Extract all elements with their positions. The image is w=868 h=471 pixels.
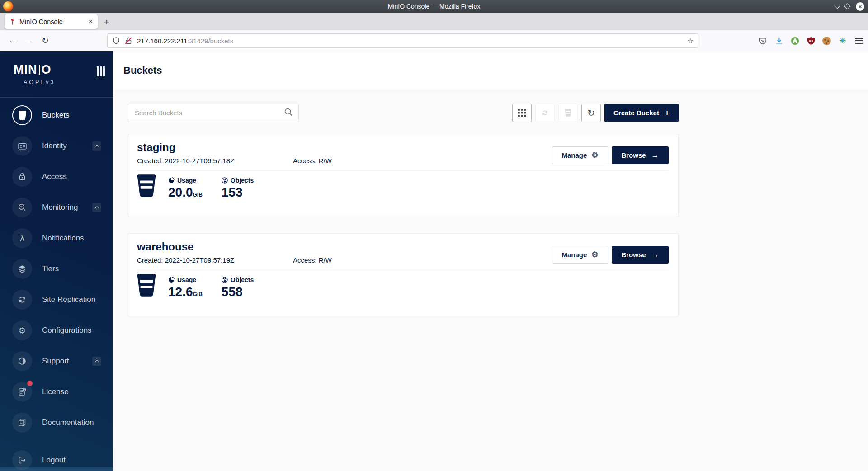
tab-title: MinIO Console — [19, 18, 87, 25]
sidebar-item-label: Tiers — [42, 264, 59, 273]
search-buckets-box — [128, 104, 299, 122]
chevron-up-icon[interactable] — [92, 203, 101, 212]
objects-label: Objects — [231, 276, 254, 283]
insecure-lock-icon[interactable] — [124, 37, 132, 45]
browse-button[interactable]: Browse → — [612, 146, 669, 164]
objects-icon — [222, 177, 228, 184]
identity-card-icon — [18, 141, 27, 151]
back-button[interactable]: ← — [8, 36, 17, 46]
sidebar-item-access[interactable]: Access — [0, 161, 113, 192]
url-host: 217.160.222.211 — [137, 37, 188, 45]
browser-toolbar: ← → ↻ 217.160.222.211:31429/buckets ☆ uO… — [0, 30, 868, 51]
bucket-access: Access: R/W — [293, 256, 332, 264]
sidebar-item-identity[interactable]: Identity — [0, 131, 113, 161]
license-edition-label: AGPLv3 — [24, 79, 113, 85]
grid-icon — [518, 109, 526, 117]
bucket-outline-icon — [565, 109, 571, 117]
refresh-button[interactable]: ↻ — [581, 104, 601, 122]
support-icon — [18, 357, 27, 366]
tab-close-icon[interactable]: × — [87, 18, 94, 26]
sidebar-item-label: Notifications — [42, 234, 84, 243]
sidebar-bottom-scrollbar[interactable] — [0, 467, 113, 471]
manage-button[interactable]: Manage ⚙ — [552, 246, 608, 264]
bucket-card-warehouse[interactable]: warehouse Created: 2022-10-27T09:57:19Z … — [128, 233, 679, 316]
objects-value: 153 — [222, 185, 254, 200]
pocket-icon[interactable] — [758, 36, 768, 46]
sidebar: MINO AGPLv3 Buckets Identity Access — [0, 51, 113, 471]
arrow-right-icon: → — [651, 250, 659, 259]
sidebar-item-tiers[interactable]: Tiers — [0, 254, 113, 284]
new-tab-button[interactable]: + — [104, 17, 109, 28]
gear-icon: ⚙ — [591, 250, 598, 259]
sidebar-collapse-icon[interactable] — [97, 66, 105, 76]
tab-minio-console[interactable]: MinIO Console × — [5, 14, 98, 29]
logout-icon — [18, 456, 27, 465]
sidebar-item-configurations[interactable]: ⚙ Configurations — [0, 315, 113, 346]
url-bar[interactable]: 217.160.222.211:31429/buckets ☆ — [107, 33, 698, 48]
objects-metric: Objects 153 — [222, 174, 254, 200]
bucket-created: Created: 2022-10-27T09:57:18Z — [137, 157, 293, 165]
ublock-origin-icon[interactable]: uO — [806, 36, 816, 46]
main-area: Buckets ↻ — [113, 51, 868, 471]
bucket-icon — [137, 274, 156, 297]
sync-arrows-icon — [541, 109, 549, 117]
sidebar-item-label: Identity — [42, 141, 67, 151]
sidebar-item-site-replication[interactable]: Site Replication — [0, 284, 113, 315]
download-icon[interactable] — [774, 36, 784, 46]
search-input[interactable] — [128, 104, 298, 122]
window-close-button[interactable]: × — [856, 2, 864, 11]
forward-button[interactable]: → — [25, 36, 33, 46]
gear-icon: ⚙ — [12, 320, 32, 340]
objects-metric: Objects 558 — [222, 274, 254, 299]
grid-view-button[interactable] — [512, 104, 532, 122]
bucket-icon — [18, 111, 27, 120]
bookmark-star-icon[interactable]: ☆ — [687, 37, 693, 45]
manage-button[interactable]: Manage ⚙ — [552, 146, 608, 164]
card-divider — [137, 170, 669, 171]
privacy-badger-icon[interactable] — [791, 37, 799, 45]
sidebar-item-support[interactable]: Support — [0, 346, 113, 377]
set-replication-button[interactable] — [535, 104, 555, 122]
sidebar-item-buckets[interactable]: Buckets — [0, 100, 113, 131]
url-path: :31429/buckets — [188, 37, 234, 45]
usage-unit: GiB — [193, 291, 203, 297]
usage-pie-icon — [168, 177, 175, 184]
license-doc-icon — [18, 387, 27, 396]
bucket-card-staging[interactable]: staging Created: 2022-10-27T09:57:18Z Ac… — [128, 134, 679, 217]
colorful-asterisk-icon[interactable]: ✳ — [838, 36, 847, 46]
create-bucket-button[interactable]: Create Bucket + — [604, 104, 679, 122]
magnifier-icon — [18, 203, 27, 212]
browse-button[interactable]: Browse → — [612, 246, 669, 264]
usage-metric: Usage 12.6GiB — [168, 274, 203, 299]
usage-value: 20.0 — [168, 185, 193, 199]
window-maximize-button[interactable] — [844, 3, 850, 9]
menu-hamburger-icon[interactable] — [854, 36, 863, 46]
usage-label: Usage — [177, 177, 196, 184]
usage-unit: GiB — [193, 192, 203, 198]
sidebar-item-notifications[interactable]: λ Notifications — [0, 223, 113, 254]
chevron-up-icon[interactable] — [92, 141, 101, 151]
delete-buckets-button[interactable] — [558, 104, 578, 122]
usage-pie-icon — [168, 277, 175, 283]
arrow-right-icon: → — [651, 151, 659, 160]
plus-icon: + — [665, 108, 670, 118]
sidebar-item-monitoring[interactable]: Monitoring — [0, 192, 113, 223]
usage-value: 12.6 — [168, 285, 193, 299]
sidebar-item-label: Logout — [42, 456, 66, 465]
page-title: Buckets — [123, 65, 162, 76]
chevron-up-icon[interactable] — [92, 357, 101, 366]
sidebar-item-documentation[interactable]: Documentation — [0, 407, 113, 438]
sidebar-item-label: Configurations — [42, 326, 92, 335]
objects-value: 558 — [222, 285, 254, 299]
logo-bar-icon — [39, 65, 40, 75]
window-minimize-button[interactable] — [835, 3, 840, 9]
cookie-icon[interactable] — [822, 37, 831, 45]
reload-button[interactable]: ↻ — [42, 35, 49, 46]
url-text: 217.160.222.211:31429/buckets — [137, 37, 233, 45]
refresh-icon: ↻ — [587, 108, 595, 118]
bucket-access: Access: R/W — [293, 157, 332, 165]
sidebar-item-license[interactable]: License — [0, 377, 113, 407]
tracking-shield-icon[interactable] — [112, 37, 120, 45]
bucket-created: Created: 2022-10-27T09:57:19Z — [137, 256, 293, 264]
sidebar-item-label: Site Replication — [42, 295, 95, 304]
